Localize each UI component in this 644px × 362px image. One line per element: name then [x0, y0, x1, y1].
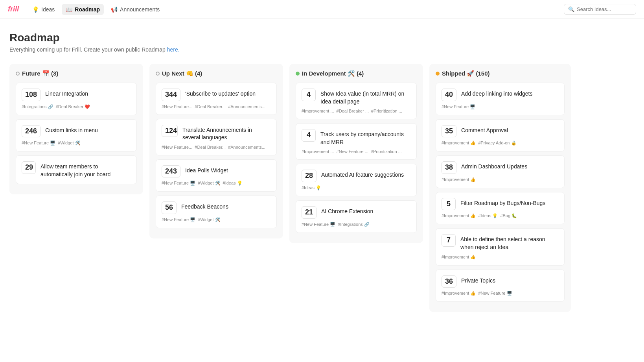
page-subtitle: Everything coming up for Frill. Create y… [9, 46, 635, 53]
tag: #Deal Breaker... [195, 145, 226, 150]
card-title: Linear Integration [45, 89, 88, 98]
tag: #Deal Breaker ... [337, 109, 369, 113]
column-header-indev: In Development 🛠️ (4) [296, 70, 417, 77]
nav-item-roadmap[interactable]: 📖 Roadmap [62, 4, 104, 15]
card-number: 36 [442, 275, 456, 288]
card[interactable]: 35Comment Approval#Improvement 👍#Privacy… [436, 119, 565, 152]
card-title: Translate Announcements in several langu… [182, 125, 271, 142]
card[interactable]: 124Translate Announcements in several la… [156, 119, 277, 155]
card-tags: #Improvement 👍#Privacy Add-on 🔒 [442, 140, 559, 146]
tag: #Improvement 👍 [442, 213, 476, 218]
card-number: 243 [162, 165, 180, 178]
card-title: Private Topics [461, 275, 495, 285]
card[interactable]: 4Show Idea value (in total MRR) on Idea … [296, 83, 417, 119]
card-title: Filter Roadmap by Bugs/Non-Bugs [460, 198, 545, 207]
card-tags: #Ideas 💡 [302, 185, 411, 190]
nav-item-announcements[interactable]: 📢 Announcements [107, 4, 164, 15]
tag: #Integrations 🔗 [338, 222, 370, 227]
card-tags: #New Feature...#Deal Breaker...#Announce… [162, 104, 271, 109]
tag: #Improvement 👍 [442, 177, 476, 182]
card[interactable]: 40Add deep linking into widgets#New Feat… [436, 83, 565, 115]
column-header-future: Future 📅 (3) [16, 70, 137, 77]
tag: #New Feature 🖥️ [302, 222, 335, 227]
card-number: 29 [22, 161, 36, 174]
tag: #Ideas 💡 [478, 213, 498, 218]
tag: #Improvement ... [302, 109, 334, 113]
tag: #Improvement 👍 [442, 255, 476, 260]
nav-label-announcements: Announcements [120, 6, 160, 13]
tag: #New Feature 🖥️ [162, 181, 195, 186]
card-number: 28 [302, 170, 316, 182]
tag: #Bug 🐛 [500, 213, 517, 218]
card-tags: #Improvement 👍 [442, 255, 559, 260]
card-tags: #Improvement 👍 [442, 177, 559, 182]
page-title: Roadmap [9, 31, 635, 44]
card[interactable]: 344'Subscribe to updates' option#New Fea… [156, 83, 277, 115]
column-title-shipped: Shipped 🚀 (150) [442, 70, 490, 77]
tag: #Ideas 💡 [302, 185, 321, 190]
tag: #Announcements... [228, 104, 265, 109]
card[interactable]: 5Filter Roadmap by Bugs/Non-Bugs#Improve… [436, 192, 565, 225]
card-number: 35 [442, 125, 456, 138]
card[interactable]: 36Private Topics#Improvement 👍#New Featu… [436, 270, 565, 302]
search-input[interactable] [577, 6, 632, 12]
here-link[interactable]: here. [167, 46, 180, 53]
card-tags: #Improvement 👍#Ideas 💡#Bug 🐛 [442, 213, 559, 218]
column-future: Future 📅 (3)108Linear Integration#Integr… [9, 64, 143, 194]
search-bar[interactable]: 🔍 [564, 4, 636, 15]
card[interactable]: 246Custom links in menu#New Feature 🖥️#W… [16, 119, 137, 152]
card[interactable]: 29Allow team members to automatically jo… [16, 155, 137, 184]
card[interactable]: 243Idea Polls Widget#New Feature 🖥️#Widg… [156, 159, 277, 192]
tag: #Privacy Add-on 🔒 [478, 140, 516, 146]
column-dot-future [16, 72, 20, 76]
nav-items: 💡 Ideas 📖 Roadmap 📢 Announcements [28, 4, 554, 15]
card-title: AI Chrome Extension [321, 206, 373, 216]
logo: frill [8, 5, 19, 13]
card-tags: #New Feature...#Deal Breaker...#Announce… [162, 145, 271, 150]
card[interactable]: 4Track users by company/accounts and MRR… [296, 123, 417, 160]
tag: #Improvement 👍 [442, 140, 476, 146]
column-upnext: Up Next 👊 (4)344'Subscribe to updates' o… [149, 64, 283, 238]
tag: #Deal Breaker ❤️ [56, 104, 90, 109]
tag: #Deal Breaker... [195, 104, 226, 109]
card-number: 7 [442, 234, 456, 247]
tag: #Integrations 🔗 [22, 104, 53, 109]
card[interactable]: 28Automated AI feature suggestions#Ideas… [296, 164, 417, 196]
tag: #New Feature 🖥️ [162, 217, 195, 222]
card-tags: #New Feature 🖥️#Widget 🛠️ [22, 140, 131, 146]
card-number: 344 [162, 89, 180, 101]
column-dot-indev [296, 72, 300, 76]
card-title: Track users by company/accounts and MRR [320, 129, 411, 146]
card-number: 38 [442, 161, 456, 174]
nav-label-roadmap: Roadmap [75, 6, 100, 13]
tag: #New Feature 🖥️ [22, 140, 55, 146]
tag: #Widget 🛠️ [198, 181, 220, 186]
tag: #Improvement 👍 [442, 291, 476, 296]
column-header-shipped: Shipped 🚀 (150) [436, 70, 565, 77]
nav-item-ideas[interactable]: 💡 Ideas [28, 4, 59, 15]
tag: #Ideas 💡 [223, 181, 243, 186]
column-title-future: Future 📅 (3) [22, 70, 58, 77]
card[interactable]: 56Feedback Beacons#New Feature 🖥️#Widget… [156, 196, 277, 228]
ideas-icon: 💡 [32, 6, 39, 13]
card-title: Admin Dashboard Updates [461, 161, 527, 171]
card-title: Feedback Beacons [181, 201, 228, 211]
tag: #Prioritization ... [371, 149, 402, 154]
card[interactable]: 38Admin Dashboard Updates#Improvement 👍 [436, 155, 565, 188]
card[interactable]: 21AI Chrome Extension#New Feature 🖥️#Int… [296, 200, 417, 233]
card-number: 246 [22, 125, 40, 138]
column-header-upnext: Up Next 👊 (4) [156, 70, 277, 77]
card-title: Show Idea value (in total MRR) on Idea d… [320, 89, 411, 105]
card-title: Comment Approval [461, 125, 508, 135]
column-dot-upnext [156, 72, 160, 76]
tag: #Widget 🛠️ [58, 140, 80, 146]
card[interactable]: 108Linear Integration#Integrations 🔗#Dea… [16, 83, 137, 115]
card-tags: #Improvement ...#Deal Breaker ...#Priori… [302, 109, 411, 113]
tag: #Announcements... [228, 145, 265, 150]
card[interactable]: 7Able to define then select a reason whe… [436, 228, 565, 265]
tag: #New Feature 🖥️ [478, 291, 512, 296]
card-number: 108 [22, 89, 40, 101]
card-number: 4 [302, 89, 316, 101]
column-indev: In Development 🛠️ (4)4Show Idea value (i… [289, 64, 423, 243]
tag: #New Feature... [162, 145, 192, 150]
